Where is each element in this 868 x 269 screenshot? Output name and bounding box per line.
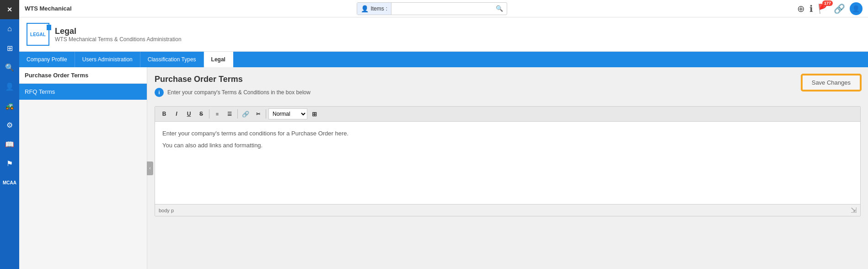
content-wrapper: Purchase Order Terms RFQ Terms ‹ Purchas…: [19, 67, 868, 269]
tab-users-administration[interactable]: Users Administration: [75, 52, 140, 67]
sidebar-icon-grid[interactable]: ⊞: [0, 38, 19, 58]
search-separator: :: [386, 5, 387, 12]
toolbar-italic[interactable]: I: [171, 108, 182, 119]
sidebar-icon-book[interactable]: 📖: [0, 134, 19, 154]
editor-body[interactable]: Enter your company's terms and condition…: [155, 122, 860, 204]
legal-icon: LEGAL: [27, 23, 49, 46]
toolbar-unlink[interactable]: ✂: [252, 108, 263, 119]
editor-line-2: You can also add links and formatting.: [162, 141, 853, 150]
sidebar: ✕ ⌂ ⊞ 🔍 👤 🚜 ⚙ 📖 ⚑ MCAA: [0, 0, 19, 269]
notification-badge: 177: [822, 0, 833, 6]
sidebar-icon-mcaa[interactable]: MCAA: [0, 173, 19, 192]
info-circle-icon: i: [155, 88, 164, 97]
search-input[interactable]: [391, 3, 492, 15]
resize-handle[interactable]: ⇲: [851, 206, 857, 215]
editor-container: B I U S ≡ ☰ 🔗 ✂ Normal Heading 1 Heading…: [155, 106, 861, 216]
toolbar-separator-3: [266, 109, 266, 118]
toolbar-link[interactable]: 🔗: [240, 108, 251, 119]
top-bar: WTS Mechanical 👤 Items : 🔍 ⊕ ℹ 🚩 177 🔗 👤: [19, 0, 868, 17]
left-panel-item-rfq-terms[interactable]: RFQ Terms: [19, 84, 147, 100]
toolbar-bold[interactable]: B: [159, 108, 170, 119]
sidebar-icon-search[interactable]: 🔍: [0, 58, 19, 77]
sidebar-icon-flag[interactable]: ⚑: [0, 154, 19, 173]
toolbar-source[interactable]: ⊞: [309, 108, 320, 119]
sidebar-icon-forklift[interactable]: 🚜: [0, 96, 19, 115]
tab-classification-types[interactable]: Classification Types: [140, 52, 204, 67]
info-row: i Enter your company's Terms & Condition…: [155, 88, 311, 97]
link-icon[interactable]: 🔗: [834, 3, 845, 14]
page-header: LEGAL Legal WTS Mechanical Terms & Condi…: [19, 17, 868, 52]
flag-icon[interactable]: 🚩 177: [818, 3, 829, 14]
toolbar-separator-2: [237, 109, 238, 118]
legal-icon-text: LEGAL: [30, 32, 46, 37]
editor-line-1: Enter your company's terms and condition…: [162, 129, 853, 138]
top-bar-actions: ⊕ ℹ 🚩 177 🔗 👤: [797, 2, 863, 15]
toolbar-ordered-list[interactable]: ≡: [212, 108, 223, 119]
sidebar-icon-people[interactable]: 👤: [0, 77, 19, 96]
page-header-text: Legal WTS Mechanical Terms & Conditions …: [55, 27, 182, 43]
add-icon[interactable]: ⊕: [797, 3, 805, 14]
sidebar-icon-home[interactable]: ⌂: [0, 19, 19, 38]
section-title: Purchase Order Terms: [155, 75, 311, 84]
info-icon[interactable]: ℹ: [809, 3, 813, 14]
section-title-area: Purchase Order Terms i Enter your compan…: [155, 75, 311, 102]
save-changes-button[interactable]: Save Changes: [802, 75, 861, 91]
sidebar-logo[interactable]: ✕: [0, 0, 19, 19]
right-content: Purchase Order Terms i Enter your compan…: [147, 67, 868, 269]
toolbar-strikethrough[interactable]: S: [196, 108, 207, 119]
header-save-row: Purchase Order Terms i Enter your compan…: [155, 75, 861, 102]
left-panel-header: Purchase Order Terms: [19, 67, 147, 84]
info-text: Enter your company's Terms & Conditions …: [167, 89, 311, 96]
toolbar-unordered-list[interactable]: ☰: [224, 108, 235, 119]
page-subtitle: WTS Mechanical Terms & Conditions Admini…: [55, 36, 182, 43]
editor-footer: body p ⇲: [155, 204, 860, 216]
avatar[interactable]: 👤: [850, 2, 863, 15]
editor-toolbar: B I U S ≡ ☰ 🔗 ✂ Normal Heading 1 Heading…: [155, 107, 860, 122]
search-bar: 👤 Items : 🔍: [357, 2, 507, 15]
search-button[interactable]: 🔍: [492, 3, 507, 15]
app-title: WTS Mechanical: [25, 5, 72, 12]
collapse-panel-button[interactable]: ‹: [147, 161, 153, 175]
tab-company-profile[interactable]: Company Profile: [19, 52, 75, 67]
editor-path: body p: [159, 208, 174, 213]
search-category: Items: [370, 5, 384, 12]
sidebar-icon-settings[interactable]: ⚙: [0, 115, 19, 134]
toolbar-style-select[interactable]: Normal Heading 1 Heading 2 Heading 3: [268, 108, 307, 119]
main-area: WTS Mechanical 👤 Items : 🔍 ⊕ ℹ 🚩 177 🔗 👤…: [19, 0, 868, 269]
toolbar-underline[interactable]: U: [183, 108, 194, 119]
toolbar-separator-1: [209, 109, 209, 118]
tab-legal[interactable]: Legal: [204, 52, 233, 67]
left-panel: Purchase Order Terms RFQ Terms ‹: [19, 67, 147, 269]
page-title: Legal: [55, 27, 182, 36]
nav-tabs: Company Profile Users Administration Cla…: [19, 52, 868, 67]
search-label: 👤 Items :: [357, 3, 391, 15]
